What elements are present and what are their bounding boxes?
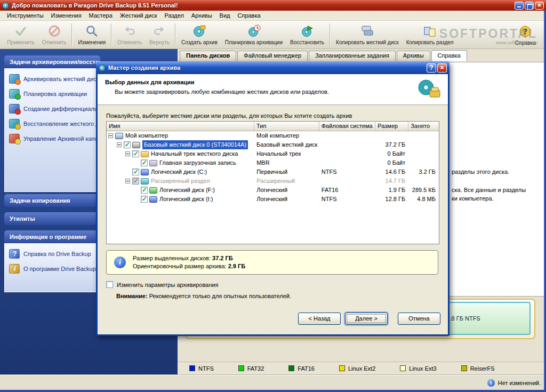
change-options-label: Изменить параметры архивирования [117,282,218,288]
menu-wizards[interactable]: Мастера [85,11,116,20]
back-button[interactable]: < Назад [298,313,341,325]
dialog-buttons: < Назад Далее > Отмена [98,313,440,325]
row-checkbox-checked[interactable] [124,141,131,148]
menu-tools[interactable]: Инструменты [3,11,47,20]
schedule-backup-button[interactable]: Планировка архивации [221,23,286,46]
copy-disk-button[interactable]: Копировать жесткий диск [332,23,403,46]
selected-size-value: 37.2 ГБ [212,255,233,261]
schedule-backup-icon [9,89,20,99]
selected-row-label: Базовый жесткий диск 0 (ST340014A) [142,140,248,149]
sidebar-item-schedule-backup[interactable]: Планировка архивации [7,86,98,101]
create-archive-button[interactable]: Создать архив [178,23,221,46]
redo-button[interactable]: Вернуть [146,23,173,46]
expander-icon[interactable] [108,133,113,138]
archive-disk-icon [417,78,441,101]
app-window: Добро пожаловать в Paragon Drive Backup … [0,0,546,392]
row-checkbox-checked[interactable] [141,187,148,194]
row-checkbox-checked[interactable] [141,159,148,166]
close-button[interactable] [535,2,544,10]
sidebar-item-restore-disk[interactable]: Восстановление жесткого диска [7,116,98,131]
table-row-disk-c[interactable]: Логический диск (C:) Первичный NTFS 14.6… [107,167,439,177]
sidebar-item-differential-archive[interactable]: Создание дифференциального архива [7,101,98,116]
estimated-size-label: Ориентировочный размер архива: [133,263,227,269]
ext2-color-swatch [339,365,345,371]
change-options-checkbox[interactable] [106,281,113,288]
cancel-button[interactable]: Отмена [398,313,440,325]
row-checkbox-checked[interactable] [141,196,148,203]
dialog-help-button[interactable] [427,63,436,73]
tab-help[interactable]: Справка [431,50,467,61]
sidebar-item-backup-disk[interactable]: Архивировать жесткий диск [7,71,98,86]
legend-item-linux-ext2: Linux Ext2 [339,365,375,372]
sidebar-item-about-drive-backup[interactable]: О программе Drive Backup [7,261,98,276]
sidebar-item-help-drive-backup[interactable]: Справка по Drive Backup [7,246,98,261]
extended-partition-icon [141,178,149,185]
dialog-close-button[interactable] [437,63,447,73]
archive-capsule-icon [9,134,20,143]
apply-button[interactable]: Применить [3,23,38,46]
column-name[interactable]: Имя [107,122,254,131]
sidebar-section-copy-tasks[interactable]: Задачи копирования [4,194,100,207]
partition-icon [149,187,157,194]
help-text-line: ки компьютера. [452,195,494,202]
window-titlebar: Добро пожаловать в Paragon Drive Backup … [0,0,546,11]
restore-button[interactable]: Восстановить [286,23,328,46]
table-row-disk-i[interactable]: Логический диск (I:) Логический NTFS 12.… [107,195,439,204]
tab-disk-panel[interactable]: Панель дисков [180,51,236,62]
table-row-mbr[interactable]: Главная загрузочная запись MBR 0 Байт [107,158,439,167]
sidebar-item-archive-capsule[interactable]: Управление Архивной капсулой [7,131,98,146]
dialog-titlebar[interactable]: Мастер создания архива [96,61,449,74]
svg-text:?: ? [523,27,527,36]
row-checkbox-checked[interactable] [132,150,139,157]
tab-scheduled-tasks[interactable]: Запланированные задания [309,51,396,62]
dialog-instruction: Пожалуйста, выберите жесткие диски или р… [106,113,352,119]
selected-size-label: Размер выделенных дисков: [133,255,211,261]
toolbar-separator [330,23,331,46]
expander-icon[interactable] [125,179,130,183]
menu-hard-disk[interactable]: Жесткий диск [116,11,161,20]
expander-icon[interactable] [125,151,130,156]
table-row-disk-f[interactable]: Логический диск (F:) Логический FAT16 1.… [107,186,439,195]
warning-label: Внимание: [116,293,148,299]
help-button[interactable]: ? Справка [511,23,540,47]
row-checkbox-checked[interactable] [132,169,139,175]
next-button[interactable]: Далее > [345,313,388,325]
discard-button[interactable]: Отменить [38,23,70,46]
menu-archives[interactable]: Архивы [188,11,216,20]
column-size[interactable]: Размер [375,122,408,131]
window-title: Добро пожаловать в Paragon Drive Backup … [12,2,515,9]
expander-icon[interactable] [117,142,122,147]
minimize-button[interactable] [515,2,524,10]
sidebar-section-backup-tasks[interactable]: Задачи архивирования/восстановления [4,55,100,68]
column-filesystem[interactable]: Файловая система [319,122,376,131]
fat32-color-swatch [238,365,244,371]
tab-file-manager[interactable]: Файловый менеджер [237,51,308,62]
sidebar-section-program-info[interactable]: Информация о программе [4,230,100,243]
table-row-first-track[interactable]: Начальный трек жесткого диска Начальный … [107,149,439,158]
legend-item-reiserfs: ReiserFS [461,365,495,372]
menu-changes[interactable]: Изменения [47,11,85,20]
sidebar-section-utilities[interactable]: Утилиты [4,212,100,225]
about-info-icon [9,264,20,274]
menu-help[interactable]: Справка [234,11,264,20]
menu-partition[interactable]: Раздел [160,11,187,20]
change-options-row: Изменить параметры архивирования [106,281,218,288]
help-text-line: ска. Все данные и разделы [452,187,526,193]
table-row-my-computer[interactable]: Мой компьютер Мой компьютер [107,131,439,140]
tab-archives[interactable]: Архивы [397,51,430,62]
filesystem-legend: NTFS FAT32 FAT16 Linux Ext2 Linux Ext3 R… [178,362,544,374]
maximize-button[interactable] [525,2,534,10]
copy-partition-button[interactable]: Копировать раздел [403,23,457,46]
view-changes-button[interactable]: Изменения [74,23,109,46]
table-row-basic-disk[interactable]: Базовый жесткий диск 0 (ST340014A) Базов… [107,140,439,149]
column-type[interactable]: Тип [254,122,319,131]
menu-view[interactable]: Вид [216,11,234,20]
undo-button[interactable]: Отменить [114,23,146,46]
warning-text: Рекомендуется только для опытных пользов… [149,293,291,299]
ext3-color-swatch [400,365,406,371]
status-message: Нет изменений. [498,380,541,386]
column-used[interactable]: Занято [408,122,439,131]
row-checkbox-dimmed[interactable] [132,178,139,185]
help-text-line: разделы этого диска. [452,169,509,175]
table-row-extended-partition[interactable]: Расширенный раздел Расширенный 14.7 ГБ [107,177,439,186]
